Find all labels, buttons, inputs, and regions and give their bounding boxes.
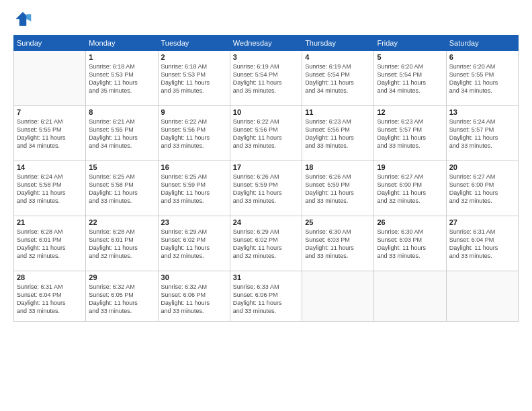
day-info: Sunrise: 6:27 AMSunset: 6:00 PMDaylight:… xyxy=(449,173,515,205)
day-info: Sunrise: 6:22 AMSunset: 5:56 PMDaylight:… xyxy=(233,118,299,150)
calendar-cell: 5Sunrise: 6:20 AMSunset: 5:54 PMDaylight… xyxy=(374,51,446,106)
calendar-cell: 25Sunrise: 6:30 AMSunset: 6:03 PMDayligh… xyxy=(302,216,374,271)
day-number: 15 xyxy=(89,163,154,171)
calendar-cell: 24Sunrise: 6:29 AMSunset: 6:02 PMDayligh… xyxy=(230,216,302,271)
calendar-cell: 15Sunrise: 6:25 AMSunset: 5:58 PMDayligh… xyxy=(86,161,158,216)
day-info: Sunrise: 6:33 AMSunset: 6:06 PMDaylight:… xyxy=(233,283,299,316)
weekday-header-row: SundayMondayTuesdayWednesdayThursdayFrid… xyxy=(14,36,519,51)
day-info: Sunrise: 6:32 AMSunset: 6:05 PMDaylight:… xyxy=(89,283,154,316)
day-info: Sunrise: 6:24 AMSunset: 5:58 PMDaylight:… xyxy=(17,173,83,205)
day-info: Sunrise: 6:20 AMSunset: 5:54 PMDaylight:… xyxy=(377,62,443,95)
weekday-header-sunday: Sunday xyxy=(14,36,86,51)
day-number: 7 xyxy=(17,108,83,116)
weekday-header-tuesday: Tuesday xyxy=(158,36,230,51)
day-number: 26 xyxy=(377,218,443,226)
day-info: Sunrise: 6:20 AMSunset: 5:55 PMDaylight:… xyxy=(449,62,515,95)
day-number: 17 xyxy=(233,163,299,171)
calendar-cell xyxy=(302,271,374,322)
calendar-cell: 31Sunrise: 6:33 AMSunset: 6:06 PMDayligh… xyxy=(230,271,302,322)
day-info: Sunrise: 6:30 AMSunset: 6:03 PMDaylight:… xyxy=(305,228,371,261)
day-number: 28 xyxy=(17,273,83,281)
day-info: Sunrise: 6:25 AMSunset: 5:59 PMDaylight:… xyxy=(161,173,227,205)
calendar-cell: 22Sunrise: 6:28 AMSunset: 6:01 PMDayligh… xyxy=(86,216,158,271)
day-info: Sunrise: 6:31 AMSunset: 6:04 PMDaylight:… xyxy=(449,228,515,261)
day-info: Sunrise: 6:19 AMSunset: 5:54 PMDaylight:… xyxy=(233,62,299,95)
calendar-cell: 28Sunrise: 6:31 AMSunset: 6:04 PMDayligh… xyxy=(14,271,86,322)
calendar-cell: 10Sunrise: 6:22 AMSunset: 5:56 PMDayligh… xyxy=(230,106,302,161)
day-number: 13 xyxy=(449,108,515,116)
day-info: Sunrise: 6:23 AMSunset: 5:57 PMDaylight:… xyxy=(377,118,443,150)
day-info: Sunrise: 6:29 AMSunset: 6:02 PMDaylight:… xyxy=(161,228,227,261)
day-info: Sunrise: 6:24 AMSunset: 5:57 PMDaylight:… xyxy=(449,118,515,150)
day-number: 27 xyxy=(449,218,515,226)
calendar-cell: 12Sunrise: 6:23 AMSunset: 5:57 PMDayligh… xyxy=(374,106,446,161)
day-number: 25 xyxy=(305,218,371,226)
day-number: 21 xyxy=(17,218,83,226)
day-number: 24 xyxy=(233,218,299,226)
weekday-header-thursday: Thursday xyxy=(302,36,374,51)
calendar-cell: 13Sunrise: 6:24 AMSunset: 5:57 PMDayligh… xyxy=(446,106,518,161)
day-info: Sunrise: 6:29 AMSunset: 6:02 PMDaylight:… xyxy=(233,228,299,261)
logo xyxy=(13,11,35,30)
calendar-table: SundayMondayTuesdayWednesdayThursdayFrid… xyxy=(13,35,519,322)
logo-icon xyxy=(13,11,32,30)
calendar-cell: 20Sunrise: 6:27 AMSunset: 6:00 PMDayligh… xyxy=(446,161,518,216)
day-info: Sunrise: 6:18 AMSunset: 5:53 PMDaylight:… xyxy=(89,62,154,95)
day-number: 6 xyxy=(449,53,515,61)
day-number: 5 xyxy=(377,53,443,61)
calendar-cell: 29Sunrise: 6:32 AMSunset: 6:05 PMDayligh… xyxy=(86,271,158,322)
calendar-cell: 8Sunrise: 6:21 AMSunset: 5:55 PMDaylight… xyxy=(86,106,158,161)
calendar-cell: 1Sunrise: 6:18 AMSunset: 5:53 PMDaylight… xyxy=(86,51,158,106)
day-info: Sunrise: 6:28 AMSunset: 6:01 PMDaylight:… xyxy=(89,228,154,261)
calendar-cell: 16Sunrise: 6:25 AMSunset: 5:59 PMDayligh… xyxy=(158,161,230,216)
day-info: Sunrise: 6:21 AMSunset: 5:55 PMDaylight:… xyxy=(89,118,154,150)
week-row-4: 21Sunrise: 6:28 AMSunset: 6:01 PMDayligh… xyxy=(14,216,519,271)
calendar-cell: 3Sunrise: 6:19 AMSunset: 5:54 PMDaylight… xyxy=(230,51,302,106)
day-info: Sunrise: 6:26 AMSunset: 5:59 PMDaylight:… xyxy=(233,173,299,205)
day-number: 10 xyxy=(233,108,299,116)
day-info: Sunrise: 6:30 AMSunset: 6:03 PMDaylight:… xyxy=(377,228,443,261)
day-number: 2 xyxy=(161,53,227,61)
calendar-cell: 11Sunrise: 6:23 AMSunset: 5:56 PMDayligh… xyxy=(302,106,374,161)
calendar-cell: 19Sunrise: 6:27 AMSunset: 6:00 PMDayligh… xyxy=(374,161,446,216)
day-number: 23 xyxy=(161,218,227,226)
day-info: Sunrise: 6:21 AMSunset: 5:55 PMDaylight:… xyxy=(17,118,83,150)
day-number: 30 xyxy=(161,273,227,281)
calendar-cell: 4Sunrise: 6:19 AMSunset: 5:54 PMDaylight… xyxy=(302,51,374,106)
calendar-cell: 30Sunrise: 6:32 AMSunset: 6:06 PMDayligh… xyxy=(158,271,230,322)
day-number: 20 xyxy=(449,163,515,171)
day-number: 9 xyxy=(161,108,227,116)
day-number: 31 xyxy=(233,273,299,281)
calendar-cell: 14Sunrise: 6:24 AMSunset: 5:58 PMDayligh… xyxy=(14,161,86,216)
calendar-cell: 18Sunrise: 6:26 AMSunset: 5:59 PMDayligh… xyxy=(302,161,374,216)
day-number: 18 xyxy=(305,163,371,171)
day-number: 22 xyxy=(89,218,154,226)
week-row-2: 7Sunrise: 6:21 AMSunset: 5:55 PMDaylight… xyxy=(14,106,519,161)
day-number: 11 xyxy=(305,108,371,116)
day-number: 12 xyxy=(377,108,443,116)
weekday-header-friday: Friday xyxy=(374,36,446,51)
header xyxy=(13,11,519,30)
calendar-page: SundayMondayTuesdayWednesdayThursdayFrid… xyxy=(0,0,532,411)
calendar-cell: 7Sunrise: 6:21 AMSunset: 5:55 PMDaylight… xyxy=(14,106,86,161)
weekday-header-saturday: Saturday xyxy=(446,36,518,51)
calendar-cell: 21Sunrise: 6:28 AMSunset: 6:01 PMDayligh… xyxy=(14,216,86,271)
day-number: 19 xyxy=(377,163,443,171)
calendar-cell: 26Sunrise: 6:30 AMSunset: 6:03 PMDayligh… xyxy=(374,216,446,271)
day-info: Sunrise: 6:22 AMSunset: 5:56 PMDaylight:… xyxy=(161,118,227,150)
calendar-cell xyxy=(446,271,518,322)
calendar-cell: 23Sunrise: 6:29 AMSunset: 6:02 PMDayligh… xyxy=(158,216,230,271)
calendar-cell: 27Sunrise: 6:31 AMSunset: 6:04 PMDayligh… xyxy=(446,216,518,271)
calendar-cell: 17Sunrise: 6:26 AMSunset: 5:59 PMDayligh… xyxy=(230,161,302,216)
day-info: Sunrise: 6:18 AMSunset: 5:53 PMDaylight:… xyxy=(161,62,227,95)
week-row-5: 28Sunrise: 6:31 AMSunset: 6:04 PMDayligh… xyxy=(14,271,519,322)
day-info: Sunrise: 6:31 AMSunset: 6:04 PMDaylight:… xyxy=(17,283,83,316)
calendar-cell: 2Sunrise: 6:18 AMSunset: 5:53 PMDaylight… xyxy=(158,51,230,106)
day-number: 14 xyxy=(17,163,83,171)
day-info: Sunrise: 6:28 AMSunset: 6:01 PMDaylight:… xyxy=(17,228,83,261)
day-info: Sunrise: 6:23 AMSunset: 5:56 PMDaylight:… xyxy=(305,118,371,150)
day-number: 29 xyxy=(89,273,154,281)
day-number: 3 xyxy=(233,53,299,61)
day-number: 1 xyxy=(89,53,154,61)
svg-marker-1 xyxy=(26,14,31,21)
